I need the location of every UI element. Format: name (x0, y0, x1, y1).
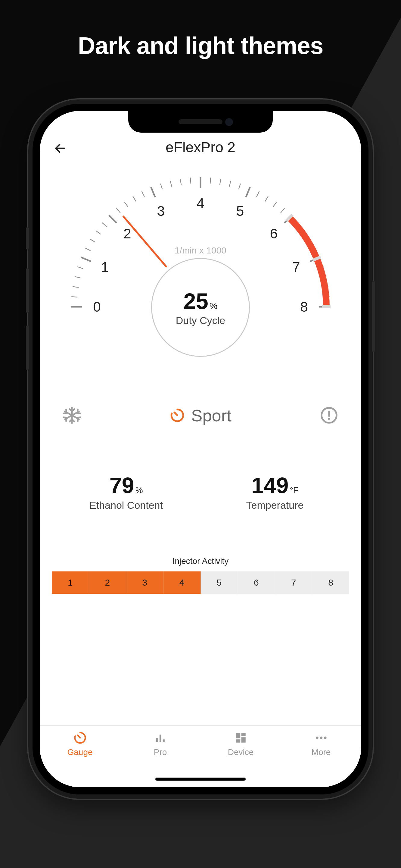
duty-cycle-value: 25 (183, 288, 208, 314)
duty-cycle-readout: 25 % Duty Cycle (151, 258, 250, 357)
svg-line-20 (190, 178, 191, 184)
back-button[interactable] (52, 140, 69, 157)
svg-rect-65 (163, 739, 164, 742)
duty-cycle-label: Duty Cycle (176, 315, 225, 327)
injector-cell: 2 (89, 571, 127, 594)
svg-line-13 (124, 202, 128, 207)
injector-title: Injector Activity (52, 556, 349, 566)
svg-rect-69 (236, 739, 240, 743)
svg-text:1: 1 (101, 259, 109, 275)
svg-rect-67 (241, 733, 245, 736)
temperature-label: Temperature (246, 499, 304, 511)
tab-label: Pro (154, 747, 167, 757)
more-icon (313, 730, 329, 746)
injector-cell: 5 (201, 571, 238, 594)
phone-volume-up (26, 268, 29, 313)
svg-line-7 (85, 248, 91, 251)
svg-line-10 (102, 223, 107, 227)
svg-point-61 (329, 418, 330, 420)
svg-text:2: 2 (124, 226, 131, 241)
cold-mode-button[interactable] (61, 404, 83, 427)
temperature-unit: °F (290, 486, 298, 495)
gauge-multiplier-label: 1/min x 1000 (175, 245, 226, 255)
svg-line-28 (265, 196, 268, 201)
injector-cell: 4 (164, 571, 201, 594)
ethanol-value: 79 (109, 472, 134, 498)
svg-text:6: 6 (270, 226, 277, 241)
drive-mode-selector[interactable]: Sport (169, 406, 232, 425)
svg-line-11 (109, 215, 116, 223)
svg-line-3 (72, 287, 78, 287)
ethanol-unit: % (135, 486, 143, 495)
svg-line-29 (273, 202, 277, 207)
svg-line-30 (280, 208, 285, 213)
phone-frame: eFlexPro 2 012345678 1/min x 1000 25 % (28, 99, 373, 799)
svg-line-12 (116, 208, 121, 213)
svg-rect-63 (156, 738, 158, 742)
arrow-left-icon (54, 142, 67, 155)
svg-line-54 (124, 216, 166, 267)
svg-line-5 (77, 267, 83, 269)
svg-line-2 (71, 297, 77, 297)
svg-line-8 (90, 239, 95, 242)
svg-line-27 (257, 191, 259, 197)
svg-text:0: 0 (93, 299, 101, 315)
duty-cycle-unit: % (209, 301, 218, 311)
tab-more[interactable]: More (281, 730, 361, 787)
tab-label: Device (228, 747, 254, 757)
svg-text:3: 3 (157, 203, 165, 219)
drive-mode-label: Sport (191, 406, 232, 425)
gauge-icon (169, 407, 185, 423)
svg-line-18 (170, 181, 172, 187)
svg-line-23 (220, 179, 221, 185)
svg-line-25 (239, 184, 240, 189)
svg-rect-68 (241, 737, 245, 743)
svg-line-24 (229, 181, 231, 187)
app-title: eFlexPro 2 (166, 139, 235, 156)
svg-line-6 (81, 257, 91, 261)
rpm-gauge: 012345678 1/min x 1000 25 % Duty Cycle (40, 162, 361, 379)
svg-point-70 (316, 737, 318, 739)
svg-point-71 (320, 737, 322, 739)
svg-text:8: 8 (300, 299, 308, 315)
promo-title: Dark and light themes (0, 32, 401, 60)
svg-line-9 (96, 230, 101, 234)
svg-line-16 (151, 187, 155, 197)
svg-line-15 (142, 191, 144, 197)
alert-circle-icon (320, 406, 338, 424)
snowflake-icon (63, 406, 81, 425)
injector-cell: 1 (52, 571, 89, 594)
alert-button[interactable] (318, 404, 340, 427)
svg-rect-66 (236, 733, 240, 738)
injector-cell: 3 (126, 571, 164, 594)
svg-line-14 (133, 196, 136, 201)
svg-line-26 (246, 187, 250, 197)
bottom-tab-bar: GaugeProDeviceMore (40, 725, 361, 787)
injector-cell: 7 (275, 571, 312, 594)
injector-activity-bar: 12345678 (52, 571, 349, 594)
svg-text:7: 7 (292, 259, 300, 275)
svg-line-17 (161, 184, 162, 189)
temperature-value: 149 (252, 472, 289, 498)
svg-text:4: 4 (197, 195, 204, 211)
bars-icon (153, 730, 168, 746)
svg-text:5: 5 (236, 203, 244, 219)
svg-rect-64 (159, 735, 161, 742)
grid-icon (233, 730, 249, 746)
svg-line-19 (180, 179, 181, 185)
tab-label: Gauge (67, 747, 93, 757)
svg-line-58 (174, 412, 177, 415)
tab-gauge[interactable]: Gauge (40, 730, 120, 787)
ethanol-stat: 79 % Ethanol Content (59, 472, 193, 511)
phone-notch (128, 111, 273, 133)
gauge-icon (72, 730, 88, 746)
injector-cell: 8 (312, 571, 349, 594)
phone-volume-down (26, 326, 29, 370)
svg-line-4 (75, 277, 80, 278)
svg-point-72 (324, 737, 326, 739)
tab-label: More (311, 747, 331, 757)
temperature-stat: 149 °F Temperature (208, 472, 342, 511)
home-indicator (155, 778, 246, 781)
svg-line-22 (210, 178, 211, 184)
injector-cell: 6 (238, 571, 275, 594)
